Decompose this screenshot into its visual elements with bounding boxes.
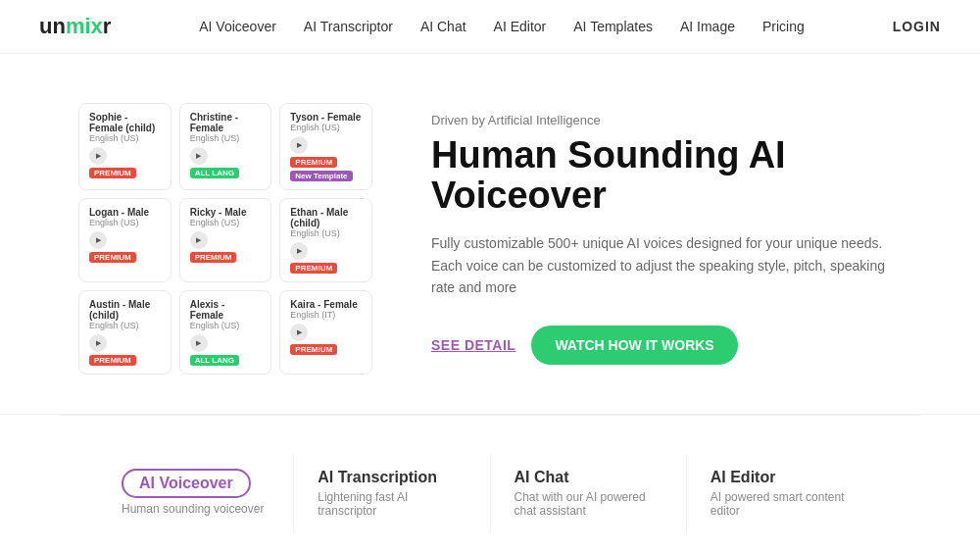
play-sophie[interactable]: ▶ (89, 147, 107, 165)
voice-card-kaira[interactable]: Kaira - Female English (IT) ▶ PREMIUM (279, 290, 372, 375)
tabs-wrapper: AI Voiceover Human sounding voiceover AI… (0, 414, 980, 552)
voice-grid-container: Sophie - Female (child) English (US) ▶ P… (78, 103, 372, 375)
play-tyson[interactable]: ▶ (290, 136, 308, 154)
tab-label-editor: AI Editor (710, 469, 858, 486)
tab-label-transcription: AI Transcription (318, 469, 466, 486)
badge-ethan: PREMIUM (290, 263, 337, 274)
watch-how-button[interactable]: WATCH HOW IT WORKS (531, 326, 737, 365)
play-ricky[interactable]: ▶ (190, 231, 208, 249)
play-christine[interactable]: ▶ (190, 147, 208, 165)
tab-desc-voiceover: Human sounding voiceover (122, 502, 270, 516)
tab-label-chat: AI Chat (514, 469, 662, 486)
nav-ai-transcriptor[interactable]: AI Transcriptor (304, 19, 393, 34)
tab-desc-editor: AI powered smart content editor (710, 490, 858, 518)
play-ethan[interactable]: ▶ (290, 242, 308, 260)
logo-text: unmixr (39, 14, 111, 39)
voice-card-ricky[interactable]: Ricky - Male English (US) ▶ PREMIUM (179, 198, 272, 282)
nav-ai-editor[interactable]: AI Editor (494, 19, 547, 34)
play-kaira[interactable]: ▶ (290, 324, 308, 341)
hero-description: Fully customizable 500+ unique AI voices… (431, 232, 902, 298)
badge-tyson: PREMIUM (290, 157, 337, 168)
voice-card-austin[interactable]: Austin - Male (child) English (US) ▶ PRE… (78, 290, 172, 375)
tab-desc-transcription: Lightening fast AI transcriptor (318, 490, 466, 518)
hero-section: Sophie - Female (child) English (US) ▶ P… (0, 54, 980, 414)
badge-christine: ALL LANG (190, 168, 239, 178)
nav-ai-image[interactable]: AI Image (680, 19, 735, 34)
voice-card-christine[interactable]: Christine - Female English (US) ▶ ALL LA… (179, 103, 272, 190)
hero-title: Human Sounding AI Voiceover (431, 135, 902, 218)
badge-tyson-natural: New Template (290, 171, 352, 181)
navbar: unmixr AI Voiceover AI Transcriptor AI C… (0, 0, 980, 54)
badge-logan: PREMIUM (89, 252, 136, 263)
voice-card-alexis[interactable]: Alexis - Female English (US) ▶ ALL LANG (179, 290, 272, 375)
nav-ai-chat[interactable]: AI Chat (420, 19, 466, 34)
play-alexis[interactable]: ▶ (190, 334, 208, 352)
hero-buttons: SEE DETAIL WATCH HOW IT WORKS (431, 326, 902, 365)
voice-card-tyson[interactable]: Tyson - Female English (US) ▶ PREMIUM Ne… (279, 103, 372, 190)
nav-links: AI Voiceover AI Transcriptor AI Chat AI … (199, 19, 805, 34)
play-austin[interactable]: ▶ (89, 334, 107, 352)
tab-ai-transcription[interactable]: AI Transcription Lightening fast AI tran… (293, 455, 489, 531)
play-logan[interactable]: ▶ (89, 231, 107, 249)
login-button[interactable]: LOGIN (893, 19, 941, 34)
nav-ai-voiceover[interactable]: AI Voiceover (199, 19, 276, 34)
tab-ai-editor[interactable]: AI Editor AI powered smart content edito… (686, 455, 882, 531)
tab-label-voiceover: AI Voiceover (122, 469, 251, 498)
nav-ai-templates[interactable]: AI Templates (573, 19, 653, 34)
hero-subtitle: Driven by Artificial Intelligence (431, 113, 902, 127)
badge-austin: PREMIUM (89, 355, 136, 366)
voice-grid: Sophie - Female (child) English (US) ▶ P… (78, 103, 372, 375)
hero-content: Driven by Artificial Intelligence Human … (431, 113, 902, 366)
badge-ricky: PREMIUM (190, 252, 237, 263)
tab-desc-chat: Chat with our AI powered chat assistant (514, 490, 662, 518)
tab-ai-voiceover[interactable]: AI Voiceover Human sounding voiceover (98, 455, 293, 531)
badge-sophie: PREMIUM (89, 168, 136, 178)
see-detail-button[interactable]: SEE DETAIL (431, 337, 515, 353)
badge-alexis: ALL LANG (190, 355, 239, 366)
nav-pricing[interactable]: Pricing (762, 19, 805, 34)
voice-card-logan[interactable]: Logan - Male English (US) ▶ PREMIUM (78, 198, 172, 282)
voice-card-ethan[interactable]: Ethan - Male (child) English (US) ▶ PREM… (279, 198, 372, 282)
tab-ai-chat[interactable]: AI Chat Chat with our AI powered chat as… (490, 455, 686, 531)
logo[interactable]: unmixr (39, 14, 111, 39)
feature-tabs: AI Voiceover Human sounding voiceover AI… (59, 415, 921, 552)
badge-kaira: PREMIUM (290, 344, 337, 355)
voice-card-sophie[interactable]: Sophie - Female (child) English (US) ▶ P… (78, 103, 172, 190)
